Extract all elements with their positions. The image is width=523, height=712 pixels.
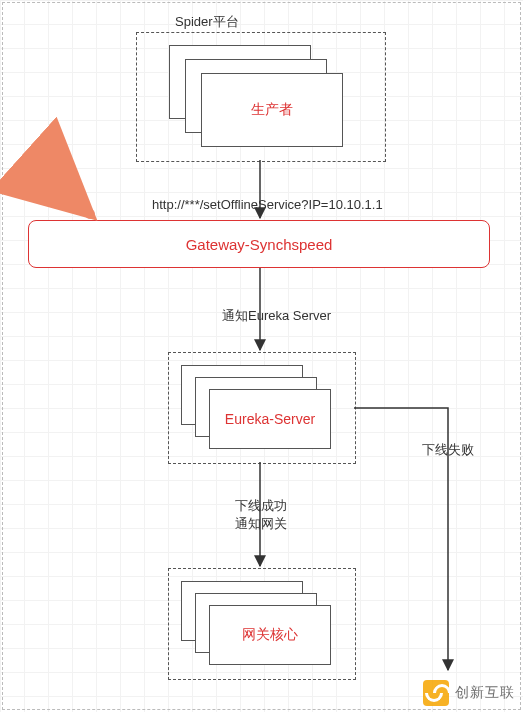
producer-stack[interactable]: 生产者 — [169, 45, 349, 145]
spider-platform-title: Spider平台 — [175, 13, 239, 31]
watermark-text: 创新互联 — [455, 684, 515, 702]
spider-platform-group: Spider平台 生产者 — [136, 32, 386, 162]
svg-line-0 — [30, 160, 90, 214]
edge-label-http: http://***/setOfflineService?IP=10.10.1.… — [152, 196, 383, 214]
edge-label-notify-eureka: 通知Eureka Server — [222, 307, 331, 325]
eureka-stack[interactable]: Eureka-Server — [181, 365, 341, 455]
gateway-synchspeed-node[interactable]: Gateway-Synchspeed — [28, 220, 490, 268]
eureka-server-node[interactable]: Eureka-Server — [209, 389, 331, 449]
pointer-arrow-icon — [30, 160, 90, 214]
gateway-core-node[interactable]: 网关核心 — [209, 605, 331, 665]
watermark-logo-icon — [423, 680, 449, 706]
gateway-core-group: 网关核心 — [168, 568, 356, 680]
edge-label-offline-success: 下线成功 通知网关 — [235, 497, 287, 532]
gateway-core-stack[interactable]: 网关核心 — [181, 581, 341, 671]
eureka-server-group: Eureka-Server — [168, 352, 356, 464]
producer-node[interactable]: 生产者 — [201, 73, 343, 147]
edge-label-offline-fail: 下线失败 — [422, 441, 474, 459]
watermark: 创新互联 — [423, 680, 515, 706]
